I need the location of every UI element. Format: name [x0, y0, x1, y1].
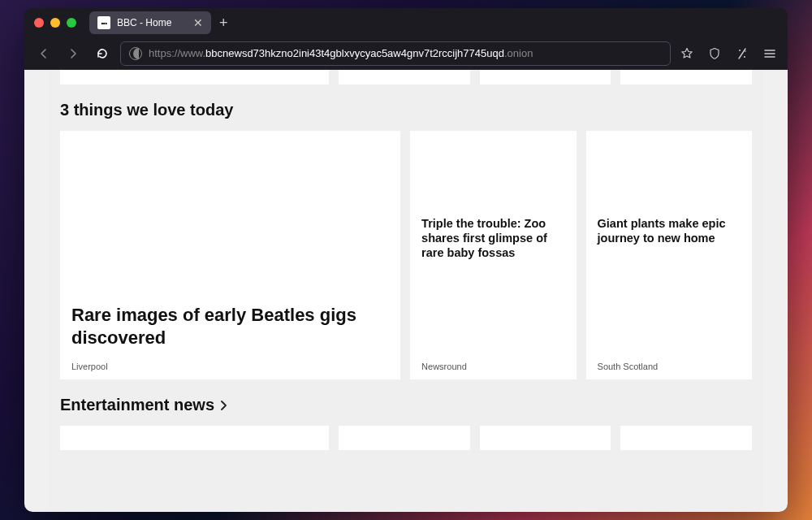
page[interactable]: 3 things we love today Rare images of ea…: [47, 70, 765, 512]
tab-favicon-icon: •••: [97, 16, 110, 29]
url-prefix: https://www.: [149, 47, 205, 59]
article-card[interactable]: Giant plants make epic journey to new ho…: [586, 131, 752, 379]
card-peek[interactable]: [339, 70, 470, 84]
previous-cards-row: [60, 70, 752, 84]
card-peek[interactable]: [620, 70, 752, 84]
close-window-button[interactable]: [34, 18, 44, 28]
traffic-lights: [34, 18, 76, 28]
back-button[interactable]: [32, 42, 55, 65]
url-host: bbcnewsd73hkzno2ini43t4gblxvycyac5aw4gnv…: [205, 47, 504, 59]
tab-close-button[interactable]: ✕: [193, 17, 203, 28]
minimize-window-button[interactable]: [50, 18, 60, 28]
article-image: [60, 131, 400, 296]
article-card-hero[interactable]: Rare images of early Beatles gigs discov…: [60, 131, 400, 379]
titlebar: ••• BBC - Home ✕ +: [24, 8, 788, 37]
chevron-right-icon: [219, 401, 227, 410]
article-card[interactable]: Triple the trouble: Zoo shares first gli…: [410, 131, 576, 379]
card-peek[interactable]: [339, 426, 470, 450]
new-tab-button[interactable]: +: [219, 15, 228, 32]
toolbar-icons: [677, 44, 780, 63]
bookmark-icon[interactable]: [677, 44, 697, 63]
article-headline: Rare images of early Beatles gigs discov…: [71, 304, 389, 349]
url-bar[interactable]: https://www.bbcnewsd73hkzno2ini43t4gblxv…: [120, 41, 671, 66]
shield-icon[interactable]: [705, 44, 724, 63]
onion-site-icon: [129, 47, 142, 60]
card-peek[interactable]: [60, 70, 329, 84]
article-headline: Triple the trouble: Zoo shares first gli…: [421, 216, 564, 260]
article-headline: Giant plants make epic journey to new ho…: [598, 216, 741, 245]
browser-tab[interactable]: ••• BBC - Home ✕: [89, 11, 211, 34]
card-peek[interactable]: [480, 70, 611, 84]
article-image: [586, 131, 752, 208]
article-category[interactable]: South Scotland: [586, 357, 752, 379]
svg-point-2: [745, 50, 746, 52]
page-content: 3 things we love today Rare images of ea…: [24, 70, 788, 512]
section-title-entertainment[interactable]: Entertainment news: [60, 396, 752, 414]
toolbar: https://www.bbcnewsd73hkzno2ini43t4gblxv…: [24, 37, 788, 70]
sparkle-icon[interactable]: [732, 44, 752, 63]
card-peek[interactable]: [620, 426, 752, 450]
menu-icon[interactable]: [760, 44, 780, 63]
reload-button[interactable]: [91, 42, 114, 65]
article-category[interactable]: Liverpool: [60, 357, 400, 379]
svg-point-0: [739, 50, 741, 51]
tab-title: BBC - Home: [117, 17, 187, 28]
url-text: https://www.bbcnewsd73hkzno2ini43t4gblxv…: [149, 47, 662, 59]
section-title-love-today: 3 things we love today: [60, 101, 752, 119]
card-peek[interactable]: [480, 426, 611, 450]
browser-window: ••• BBC - Home ✕ + https://www.bbcnewsd7…: [24, 8, 788, 512]
article-image: [410, 131, 576, 208]
cards-row: Rare images of early Beatles gigs discov…: [60, 131, 752, 379]
card-peek[interactable]: [60, 426, 329, 450]
section-title-text: 3 things we love today: [60, 101, 233, 119]
article-category[interactable]: Newsround: [410, 357, 576, 379]
next-cards-row: [60, 426, 752, 450]
svg-point-1: [744, 56, 745, 58]
forward-button[interactable]: [62, 42, 84, 65]
section-title-text: Entertainment news: [60, 396, 214, 414]
maximize-window-button[interactable]: [67, 18, 76, 28]
url-suffix: .onion: [504, 47, 533, 59]
